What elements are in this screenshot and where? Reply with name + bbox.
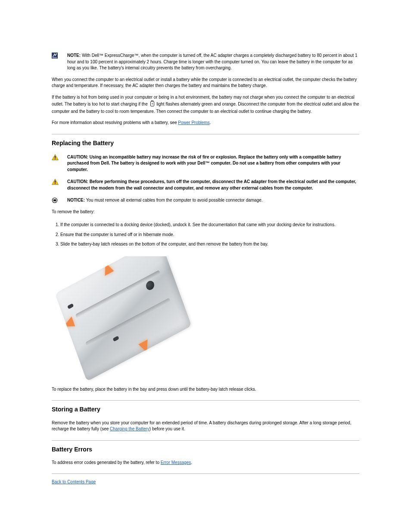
step-1: If the computer is connected to a dockin… xyxy=(60,222,359,228)
arrow-down-icon xyxy=(138,339,151,355)
battery-illustration-wrap xyxy=(52,256,359,381)
text-fragment: . xyxy=(210,120,211,125)
notice-icon xyxy=(52,196,67,203)
note-body: NOTE: With Dell™ ExpressCharge™, when th… xyxy=(67,52,359,72)
arrow-left-icon xyxy=(62,316,75,331)
battery-button xyxy=(145,280,156,292)
note-prefix: NOTE: xyxy=(67,53,81,58)
svg-rect-4 xyxy=(55,159,56,159)
divider xyxy=(52,134,359,134)
caution-incompatible-battery: CAUTION: Using an incompatible battery m… xyxy=(52,153,359,173)
link-back-to-contents[interactable]: Back to Contents Page xyxy=(52,479,96,484)
step-2: Ensure that the computer is turned off o… xyxy=(60,232,359,238)
latch-slider xyxy=(67,303,74,309)
divider xyxy=(52,400,359,401)
caution-before-procedures: CAUTION: Before performing these procedu… xyxy=(52,178,359,191)
caution-text: Before performing these procedures, turn… xyxy=(67,179,356,190)
link-charging-battery[interactable]: Charging the Battery xyxy=(110,426,149,431)
note-icon xyxy=(52,52,67,59)
caution-prefix: CAUTION: xyxy=(67,155,88,159)
notice-text: You must remove all external cables from… xyxy=(86,198,263,202)
paragraph-battery-errors: To address error codes generated by the … xyxy=(52,460,359,466)
note-text: With Dell™ ExpressCharge™, when the comp… xyxy=(67,53,358,70)
link-power-problems[interactable]: Power Problems xyxy=(178,120,209,125)
lead-remove-battery: To remove the battery: xyxy=(52,209,359,215)
footer-back-link-wrap: Back to Contents Page xyxy=(52,479,359,485)
notice-remove-cables: NOTICE: You must remove all external cab… xyxy=(52,196,359,204)
step-3: Slide the battery-bay latch releases on … xyxy=(60,241,359,248)
caution-icon xyxy=(52,153,67,160)
arrow-up-icon xyxy=(101,260,114,276)
text-fragment: ) before you use it. xyxy=(149,426,185,431)
paragraph-replace-battery: To replace the battery, place the batter… xyxy=(52,386,359,393)
svg-rect-5 xyxy=(55,180,56,183)
battery-indicator-icon xyxy=(150,100,155,109)
paragraph-store-battery: Remove the battery when you store your c… xyxy=(52,420,359,432)
text-fragment: . xyxy=(191,460,192,465)
battery-illustration xyxy=(55,256,192,381)
caution-text: Using an incompatible battery may increa… xyxy=(67,155,341,172)
paragraph-ac-connect: When you connect the computer to an elec… xyxy=(52,77,359,89)
notice-prefix: NOTICE: xyxy=(67,198,85,202)
latch-slider xyxy=(112,336,119,342)
caution-body: CAUTION: Using an incompatible battery m… xyxy=(67,153,359,173)
link-error-messages[interactable]: Error Messages xyxy=(161,460,191,465)
text-fragment: For more information about resolving pro… xyxy=(52,120,178,125)
section-title-store: Storing a Battery xyxy=(52,405,359,414)
caution-body: CAUTION: Before performing these procedu… xyxy=(67,178,359,191)
svg-rect-3 xyxy=(55,156,56,158)
svg-rect-6 xyxy=(55,183,56,184)
divider xyxy=(52,473,359,474)
divider xyxy=(52,440,359,441)
text-fragment: To address error codes generated by the … xyxy=(52,460,161,465)
note-expresscharge: NOTE: With Dell™ ExpressCharge™, when th… xyxy=(52,52,359,72)
notice-body: NOTICE: You must remove all external cab… xyxy=(67,196,359,204)
caution-prefix: CAUTION: xyxy=(67,179,88,184)
caution-icon xyxy=(52,178,67,185)
document-page: NOTE: With Dell™ ExpressCharge™, when th… xyxy=(0,0,411,516)
section-title-replace: Replacing the Battery xyxy=(52,139,359,147)
text-fragment: Remove the battery when you store your c… xyxy=(52,420,351,432)
section-title-errors: Battery Errors xyxy=(52,445,359,454)
paragraph-more-info: For more information about resolving pro… xyxy=(52,120,359,126)
paragraph-battery-hot: If the battery is hot from being used in… xyxy=(52,94,359,115)
steps-remove-battery: If the computer is connected to a dockin… xyxy=(52,222,359,248)
